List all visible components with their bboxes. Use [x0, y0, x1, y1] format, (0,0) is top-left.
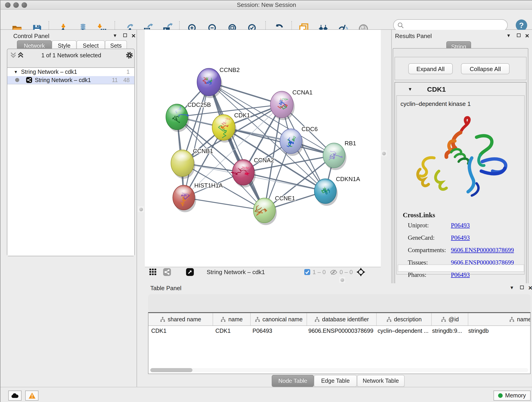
panel-float-icon[interactable]: [123, 33, 127, 37]
network-collection-label: String Network – cdk1: [21, 69, 77, 75]
memory-label: Memory: [505, 392, 526, 399]
gear-icon[interactable]: [126, 51, 133, 61]
column-header-@id[interactable]: @id: [432, 313, 468, 325]
column-type-icon: [441, 317, 446, 322]
table-cell[interactable]: stringdb:9...: [429, 326, 466, 337]
node-RB1[interactable]: [323, 143, 346, 170]
collapse-all-button[interactable]: Collapse All: [461, 63, 510, 74]
control-panel-splitter[interactable]: [137, 30, 145, 387]
column-header-label: namespace: [517, 316, 531, 322]
grid-view-icon[interactable]: [149, 269, 157, 277]
node-label-CCNE1: CCNE1: [275, 195, 295, 202]
column-header-label: database identifier: [322, 316, 369, 322]
memory-button[interactable]: Memory: [494, 390, 531, 401]
search-input[interactable]: [404, 22, 498, 29]
expand-all-button[interactable]: Expand All: [408, 63, 453, 74]
edge-CCNB2-CCNE1[interactable]: [209, 82, 264, 211]
column-header-namespace[interactable]: namespace: [468, 313, 531, 325]
tree-expand-icon[interactable]: ▼: [14, 70, 18, 74]
node-label-CCNA1: CCNA1: [292, 89, 312, 96]
network-tree-list: ▼ String Network – cdk1 1 String Network…: [7, 67, 134, 256]
warning-button[interactable]: [25, 390, 38, 401]
node-CDKN1A[interactable]: [314, 179, 338, 206]
panel-menu-icon[interactable]: ▼: [510, 285, 514, 290]
splitter-collapse-handle[interactable]: [339, 277, 345, 283]
column-header-canonical-name[interactable]: canonical name: [251, 313, 307, 325]
tab-node-table[interactable]: Node Table: [272, 375, 314, 387]
node-CCNB2[interactable]: [197, 68, 222, 98]
panel-close-icon[interactable]: ×: [528, 286, 532, 290]
main-toolbar: ?: [0, 10, 532, 30]
column-type-icon: [254, 317, 260, 322]
panel-menu-icon[interactable]: ▼: [113, 33, 117, 38]
selected-node-edge-counts: 1 – 0: [312, 269, 326, 275]
network-canvas[interactable]: CCNB2CCNA1CDC25BCDK1CDC6RB1CCNB1CCNA2CDK…: [145, 30, 381, 267]
selected-checkbox-icon[interactable]: [304, 269, 310, 276]
column-header-label: name: [228, 316, 243, 322]
splitter-collapse-handle[interactable]: [381, 150, 387, 156]
tab-network-table[interactable]: Network Table: [357, 375, 405, 387]
node-count: 11: [112, 77, 118, 83]
panel-float-icon[interactable]: [520, 286, 524, 289]
network-view-toolbar: String Network – cdk1 1 – 0 0 – 0: [145, 267, 381, 276]
cloud-button[interactable]: [8, 390, 22, 401]
node-table[interactable]: shared namenamecanonical namedatabase id…: [148, 312, 531, 374]
node-CCNA2[interactable]: [231, 160, 256, 187]
table-toolbar: f(x): [148, 294, 531, 312]
network-tree-root-row[interactable]: ▼ String Network – cdk1 1: [7, 68, 134, 76]
panel-close-icon[interactable]: ×: [525, 33, 529, 38]
tab-edge-table[interactable]: Edge Table: [314, 375, 357, 387]
node-CCNA1[interactable]: [270, 91, 295, 120]
crosslink-label: Uniprot:: [408, 222, 451, 229]
table-cell[interactable]: stringdb: [466, 326, 531, 337]
table-row[interactable]: CDK1CDK1P064939606.ENSP00000378699cyclin…: [148, 326, 530, 337]
node-CDK1[interactable]: [212, 115, 236, 143]
table-cell[interactable]: 9606.ENSP00000378699: [306, 326, 375, 337]
table-cell[interactable]: CDK1: [148, 326, 213, 337]
crosslink-value-link[interactable]: P06493: [451, 271, 470, 278]
memory-status-dot: [498, 393, 503, 398]
string-network-icon: [26, 77, 32, 83]
crosslink-label: Pharos:: [408, 271, 451, 279]
cloud-icon: [11, 393, 19, 398]
column-header-description[interactable]: description: [377, 313, 432, 325]
node-label-CDKN1A: CDKN1A: [336, 176, 360, 182]
table-hscrollbar[interactable]: [150, 368, 528, 372]
column-type-icon: [509, 317, 515, 322]
column-header-database-identifier[interactable]: database identifier: [307, 313, 377, 325]
splitter-collapse-handle[interactable]: [138, 206, 144, 212]
network-share-icon[interactable]: [163, 268, 171, 277]
panel-menu-icon[interactable]: ▼: [506, 33, 511, 38]
title-bar[interactable]: Session: New Session: [0, 0, 532, 10]
column-header-shared-name[interactable]: shared name: [148, 313, 213, 325]
table-hscrollbar-thumb[interactable]: [150, 368, 192, 372]
table-cell[interactable]: cyclin–dependent ...: [375, 326, 429, 337]
section-collapse-icon[interactable]: ▼: [408, 87, 412, 92]
column-header-name[interactable]: name: [213, 313, 251, 325]
search-box[interactable]: [393, 19, 508, 31]
node-label-CCNB2: CCNB2: [220, 66, 240, 73]
column-type-icon: [386, 317, 392, 322]
table-tabs: Node TableEdge TableNetwork Table: [272, 375, 405, 387]
table-cell[interactable]: P06493: [250, 326, 306, 337]
panel-close-icon[interactable]: ×: [132, 33, 136, 38]
crosslink-row: Compartments:9606.ENSP00000378699: [408, 247, 524, 259]
table-panel-splitter[interactable]: [145, 276, 391, 283]
results-panel-splitter[interactable]: [381, 30, 391, 283]
crosslink-row: GeneCard:P06493: [408, 234, 524, 247]
node-CCNE1[interactable]: [253, 198, 277, 225]
crosslink-value-link[interactable]: P06493: [451, 234, 470, 241]
crosslink-value-link[interactable]: P06493: [451, 222, 470, 229]
search-icon: [397, 22, 404, 29]
panel-float-icon[interactable]: [517, 33, 520, 37]
table-cell[interactable]: CDK1: [213, 326, 250, 337]
node-CCNB1[interactable]: [171, 150, 195, 179]
results-hscrollbar[interactable]: [398, 264, 524, 272]
crosslink-value-link[interactable]: 9606.ENSP00000378699: [451, 247, 514, 254]
network-tree-row-selected[interactable]: String Network – cdk1 11 48: [7, 76, 134, 84]
node-CDC25B[interactable]: [166, 104, 189, 132]
network-label: String Network – cdk1: [35, 77, 91, 83]
popout-view-icon[interactable]: [186, 268, 194, 277]
table-panel-title: Table Panel: [150, 285, 181, 292]
crosslink-row: Pharos:P06493: [408, 271, 524, 284]
